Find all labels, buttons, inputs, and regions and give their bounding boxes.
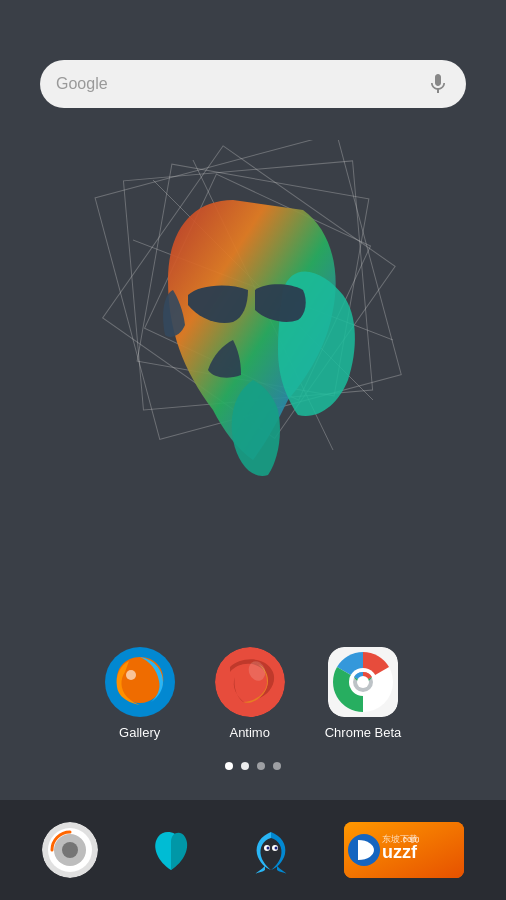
antimo-app-icon[interactable] bbox=[215, 647, 285, 717]
chrome-beta-app-icon[interactable] bbox=[328, 647, 398, 717]
dock-vector-icon[interactable] bbox=[143, 822, 199, 878]
search-bar[interactable]: Google bbox=[40, 60, 466, 108]
bottom-dock: uzzf 东坡下载 .com bbox=[0, 800, 506, 900]
gallery-app-icon[interactable] bbox=[105, 647, 175, 717]
dock-snap-icon[interactable] bbox=[42, 822, 98, 878]
dot-2[interactable] bbox=[241, 762, 249, 770]
dock-uzzf-icon[interactable]: uzzf 东坡下载 .com bbox=[344, 822, 464, 878]
dot-1[interactable] bbox=[225, 762, 233, 770]
microphone-icon[interactable] bbox=[426, 72, 450, 96]
antimo-label: Antimo bbox=[229, 725, 269, 740]
svg-point-10 bbox=[215, 647, 285, 717]
chrome-beta-label: Chrome Beta bbox=[325, 725, 402, 740]
svg-point-9 bbox=[126, 670, 136, 680]
svg-point-20 bbox=[62, 842, 78, 858]
svg-text:.com: .com bbox=[400, 834, 420, 844]
dot-3[interactable] bbox=[257, 762, 265, 770]
page-indicator bbox=[0, 762, 506, 770]
svg-point-22 bbox=[243, 822, 299, 878]
svg-point-26 bbox=[275, 847, 278, 850]
dot-4[interactable] bbox=[273, 762, 281, 770]
svg-point-25 bbox=[267, 847, 270, 850]
app-item-gallery[interactable]: Gallery bbox=[105, 647, 175, 740]
wallpaper-art bbox=[93, 140, 413, 520]
gallery-label: Gallery bbox=[119, 725, 160, 740]
search-placeholder: Google bbox=[56, 75, 426, 93]
app-item-chrome-beta[interactable]: Chrome Beta bbox=[325, 647, 402, 740]
app-icons-row: Gallery Antimo bbox=[0, 647, 506, 740]
app-item-antimo[interactable]: Antimo bbox=[215, 647, 285, 740]
svg-text:uzzf: uzzf bbox=[382, 842, 418, 862]
dock-aqua-icon[interactable] bbox=[243, 822, 299, 878]
svg-point-16 bbox=[357, 676, 369, 688]
